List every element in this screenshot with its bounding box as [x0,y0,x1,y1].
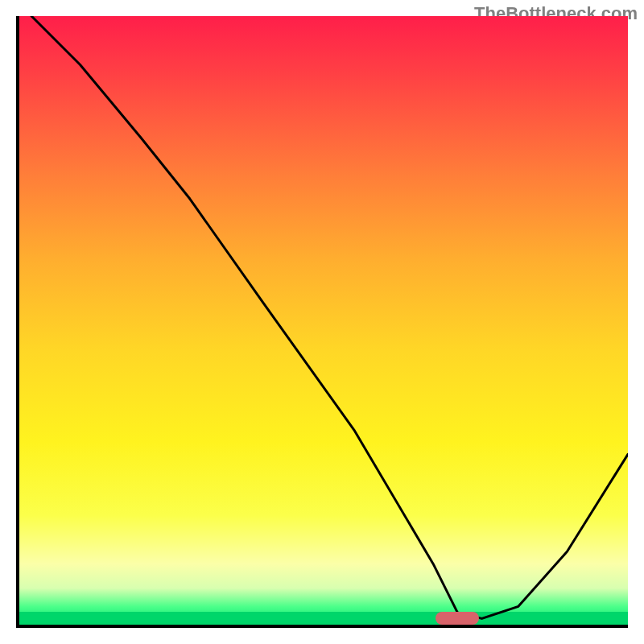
bottleneck-curve [19,16,628,625]
plot-area [16,16,628,628]
chart-container: TheBottleneck.com [0,0,644,644]
optimum-marker [436,612,479,625]
